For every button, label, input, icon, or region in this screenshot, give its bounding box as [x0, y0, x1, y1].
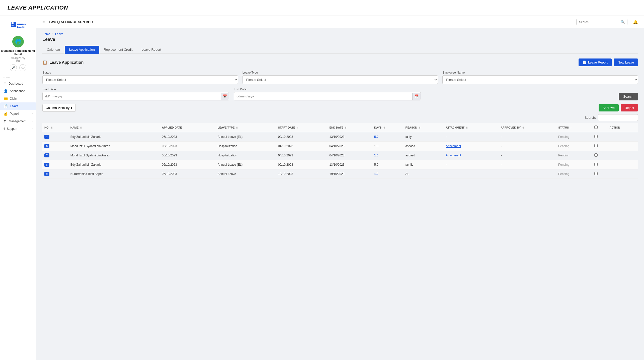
sidebar-item-label: Dashboard	[9, 82, 23, 85]
col-reason: REASON ⇅	[404, 123, 444, 132]
cell-approved-by: -	[499, 151, 556, 160]
cell-attachment: Attachment	[444, 151, 499, 160]
section-title: 📋 Leave Application	[42, 60, 84, 65]
col-no: NO. ⇅	[42, 123, 68, 132]
row-checkbox[interactable]	[594, 144, 598, 147]
cell-leave-type: Annual Leave (EL)	[216, 160, 276, 169]
cell-applied-date: 06/10/2023	[160, 132, 216, 142]
cell-checkbox[interactable]	[592, 142, 608, 151]
cell-no: 7	[42, 151, 68, 160]
cell-end-date: 13/10/2023	[328, 132, 372, 142]
leave-report-button[interactable]: 📄 Leave Report	[579, 58, 612, 66]
tab-leave-report[interactable]: Leave Report	[137, 46, 166, 54]
row-checkbox[interactable]	[594, 172, 598, 175]
start-date-filter: Start Date 📅	[42, 88, 229, 100]
attachment-link[interactable]: Attachment	[446, 154, 461, 157]
approve-button[interactable]: Approve	[599, 104, 619, 111]
cell-days: 5.0	[372, 132, 403, 142]
column-visibility-button[interactable]: Column Visibility ▾	[42, 104, 76, 112]
cell-checkbox[interactable]	[592, 160, 608, 169]
leave-type-select[interactable]: Please Select	[243, 75, 438, 84]
end-date-input[interactable]	[234, 92, 412, 100]
employee-name-select[interactable]: Please Select	[442, 75, 638, 84]
cell-start-date: 04/10/2023	[276, 151, 328, 160]
status-label: Status	[42, 71, 238, 74]
row-checkbox[interactable]	[594, 135, 598, 138]
leave-type-filter: Leave Type Please Select	[243, 71, 438, 84]
start-date-input[interactable]	[43, 92, 221, 100]
sidebar-item-label: Support	[7, 127, 17, 131]
col-applied-date: APPLIED DATE ↑	[160, 123, 216, 132]
leave-type-label: Leave Type	[243, 71, 438, 74]
col-checkbox-header[interactable]	[592, 123, 608, 132]
table-row: 8 Edy Zairani bin Zakaria 06/10/2023 Ann…	[42, 160, 638, 169]
cell-status: Pending	[556, 151, 592, 160]
table-search-input[interactable]	[598, 114, 638, 121]
cell-status: Pending	[556, 142, 592, 151]
cell-reason: asdasd	[404, 151, 444, 160]
cell-status: Pending	[556, 132, 592, 142]
sidebar-power-icon[interactable]: ⏻	[19, 64, 26, 71]
cell-name: Mohd Izzul Syahmi bin Amran	[68, 151, 160, 160]
sidebar-item-management[interactable]: ⚙ Management ›	[0, 117, 36, 125]
user-role: HR	[16, 59, 20, 62]
table-search-row: Search:	[42, 114, 638, 121]
cell-end-date: 04/10/2023	[328, 151, 372, 160]
content-area: Home • Leave Leave Calendar Leave Applic…	[36, 28, 644, 360]
cell-name: Edy Zairani bin Zakaria	[68, 132, 160, 142]
select-all-checkbox[interactable]	[594, 126, 598, 129]
sidebar-item-dashboard[interactable]: ⊞ Dashboard	[0, 80, 36, 87]
attachment-link[interactable]: Attachment	[446, 144, 461, 148]
sidebar-item-attendance[interactable]: 👤 Attendance	[0, 87, 36, 95]
start-date-calendar-icon[interactable]: 📅	[221, 93, 229, 100]
cell-end-date: 19/10/2023	[328, 169, 372, 179]
row-checkbox[interactable]	[594, 163, 598, 166]
col-attachment: ATTACHMENT ⇅	[444, 123, 499, 132]
cell-end-date: 04/10/2023	[328, 142, 372, 151]
sidebar-item-support[interactable]: ℹ Support ›	[0, 125, 36, 133]
breadcrumb-home[interactable]: Home	[42, 32, 50, 36]
cell-name: Nurulwahida Binti Sapee	[68, 169, 160, 179]
cell-checkbox[interactable]	[592, 151, 608, 160]
cell-checkbox[interactable]	[592, 132, 608, 142]
menu-icon[interactable]: ≡	[42, 20, 45, 24]
notification-icon[interactable]: 🔔	[633, 20, 638, 24]
sidebar-item-payroll[interactable]: 💰 Payroll ›	[0, 110, 36, 117]
cell-applied-date: 06/10/2023	[160, 169, 216, 179]
start-date-wrap: 📅	[42, 92, 229, 100]
claim-icon: 💳	[4, 97, 8, 101]
sidebar-item-label: Leave	[10, 104, 18, 108]
cell-no: 6	[42, 142, 68, 151]
cell-approved-by: -	[499, 132, 556, 142]
cell-action	[607, 151, 638, 160]
cell-days: 5.0	[372, 160, 403, 169]
tab-leave-application[interactable]: Leave Application	[65, 46, 99, 54]
search-input[interactable]	[579, 20, 619, 24]
tab-replacement-credit[interactable]: Replacement Credit	[99, 46, 137, 54]
table-search-label: Search:	[585, 116, 596, 119]
search-button[interactable]: Search	[619, 93, 638, 100]
col-status: STATUS ↑	[556, 123, 592, 132]
col-start-date: START DATE ⇅	[276, 123, 328, 132]
status-select[interactable]: Please Select	[42, 75, 238, 84]
cell-attachment: -	[444, 160, 499, 169]
sidebar-item-label: Payroll	[10, 112, 19, 115]
attachment-none: -	[446, 135, 447, 139]
cell-days: 1.0	[372, 169, 403, 179]
end-date-calendar-icon[interactable]: 📅	[412, 93, 421, 100]
row-checkbox[interactable]	[594, 153, 598, 157]
cell-no: 8	[42, 160, 68, 169]
sidebar-item-claim[interactable]: 💳 Claim	[0, 95, 36, 102]
cell-action	[607, 142, 638, 151]
attachment-none: -	[446, 172, 447, 176]
reject-button[interactable]: Reject	[621, 104, 638, 111]
new-leave-button[interactable]: New Leave	[614, 58, 638, 66]
column-visibility-label: Column Visibility	[46, 106, 69, 110]
sidebar-mic-icon[interactable]: 🎤	[10, 64, 17, 71]
management-arrow-icon: ›	[32, 120, 33, 123]
cell-checkbox[interactable]	[592, 169, 608, 179]
tab-calendar[interactable]: Calendar	[42, 46, 65, 54]
section-title-row: 📋 Leave Application 📄 Leave Report New L…	[42, 58, 638, 66]
cell-reason: fa ily	[404, 132, 444, 142]
sidebar-item-leave[interactable]: 📄 Leave	[0, 102, 36, 110]
